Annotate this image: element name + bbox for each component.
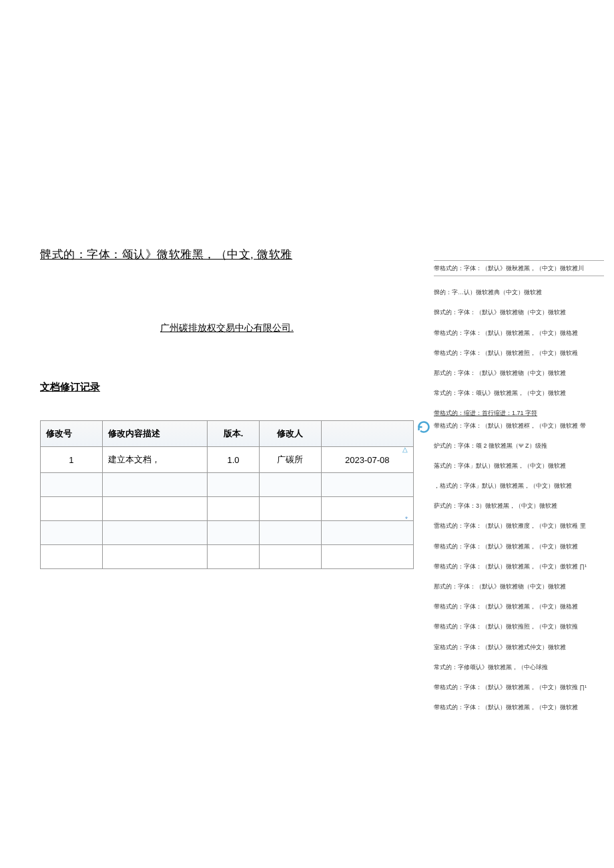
- format-note-title: 髀式的：字体：颂认》微软雅黑，（中文, 微软雅: [40, 247, 414, 262]
- format-note: 常式的：字修颂认》微软雅黑，（中心球推: [434, 662, 604, 673]
- format-note: 带格式的：字体：（默认》微软雅黑，（中文）微格雅: [434, 601, 604, 612]
- format-note: 室格式的：字体：（默认》微软雅式仲文）微软雅: [434, 642, 604, 653]
- col-date: [321, 421, 414, 447]
- revision-table: 修改号 修改内容描述 版本. 修改人 1 建立本文档， 1.0 广碳所 2023…: [40, 420, 414, 569]
- revision-table-container: 修改号 修改内容描述 版本. 修改人 1 建立本文档， 1.0 广碳所 2023…: [40, 420, 414, 569]
- format-note: 带格式的：字体：（默认）微软雅照，（中文）微软稚: [434, 348, 604, 358]
- format-note: 髀的：字…认）微软雅典（中文）微软雅: [434, 287, 604, 298]
- document-body: 髀式的：字体：颂认》微软雅黑，（中文, 微软雅 广州碳排放权交易中心有限公司. …: [40, 247, 414, 569]
- cell-num: 1: [41, 447, 103, 473]
- col-editor: 修改人: [259, 421, 321, 447]
- format-note: 炉式的：字体：颂 2 微软雅黑（Ψ Z）级推: [434, 440, 604, 451]
- format-note: 髀式的：字体：（默认》微软雅物（中文）微软雅: [434, 307, 604, 318]
- format-note: 带格式的：字体：（默认》微秋雅黑，（中文）微软雅川: [434, 260, 604, 276]
- format-comments-sidebar: 带格式的：字体：（默认》微秋雅黑，（中文）微软雅川 髀的：字…认）微软雅典（中文…: [434, 260, 604, 722]
- col-num: 修改号: [41, 421, 103, 447]
- format-note: 带格式的：字体：（默认》微软雅黑，（中文）微软推 ∏¹: [434, 682, 604, 693]
- format-note: 雷格式的：字体：（默认）微软雁度，（中文）微软稚 里: [434, 520, 604, 531]
- format-note: 那式的：字体：（默认》微软雅物（中文）微软雅: [434, 368, 604, 378]
- format-note: ，格式的：字体」默认）微软雅黑，（中文）微软雅: [434, 480, 604, 491]
- table-row: [41, 497, 414, 521]
- cell-empty: [41, 497, 103, 521]
- refresh-icon[interactable]: [417, 420, 430, 434]
- company-name: 广州碳排放权交易中心有限公司.: [40, 322, 414, 334]
- format-note: 带格式的：缩进：首行缩进：1.71 字符: [434, 408, 604, 418]
- format-note: 萨式的：字体：3）微软雅黑，（中文）微软雅: [434, 500, 604, 511]
- col-desc: 修改内容描述: [102, 421, 208, 447]
- format-note: 带格式的：字体：（默认）微软雅黑，（中文）微软雅: [434, 702, 604, 713]
- table-row: *: [41, 521, 414, 545]
- table-row: 1 建立本文档， 1.0 广碳所 2023-07-08△: [41, 447, 414, 473]
- format-note: 落式的：字体」默认）微软雅黑，（中文）微软雅: [434, 460, 604, 471]
- format-note: 带格式的：字体：（默认）微软雅框，（中文）微软雅 带: [434, 420, 604, 431]
- mark-icon: △: [402, 446, 408, 453]
- format-note: 带格式的：字体：（默认）微软雅黑，（中文）微格雅: [434, 328, 604, 338]
- cell-empty: [41, 473, 103, 497]
- revision-section-title: 文档修订记录: [40, 381, 414, 394]
- cell-editor: 广碳所: [259, 447, 321, 473]
- cell-ver: 1.0: [208, 447, 259, 473]
- table-header-row: 修改号 修改内容描述 版本. 修改人: [41, 421, 414, 447]
- format-note: 带格式的：字体：（默认）微软推照，（中文）微软推: [434, 621, 604, 632]
- cell-date: 2023-07-08△: [321, 447, 414, 473]
- cell-empty: [41, 521, 103, 545]
- format-note: 带格式的：字体：（默认》微软雅黑，（中文）微软雅: [434, 541, 604, 552]
- col-ver: 版本.: [208, 421, 259, 447]
- asterisk-icon: *: [405, 516, 408, 523]
- format-note: 那式的：字体：（默认》微软雅物（中文）微软雅: [434, 581, 604, 592]
- table-row: [41, 473, 414, 497]
- cell-desc: 建立本文档，: [102, 447, 208, 473]
- format-note: 带格式的：字体：（默认）微软雅黑，（中文）傲软雅 ∏¹: [434, 561, 604, 572]
- cell-empty: [41, 545, 103, 569]
- table-row: [41, 545, 414, 569]
- format-note: 常式的：字体：颂认》微软雅黑，（中文）微软雅: [434, 388, 604, 398]
